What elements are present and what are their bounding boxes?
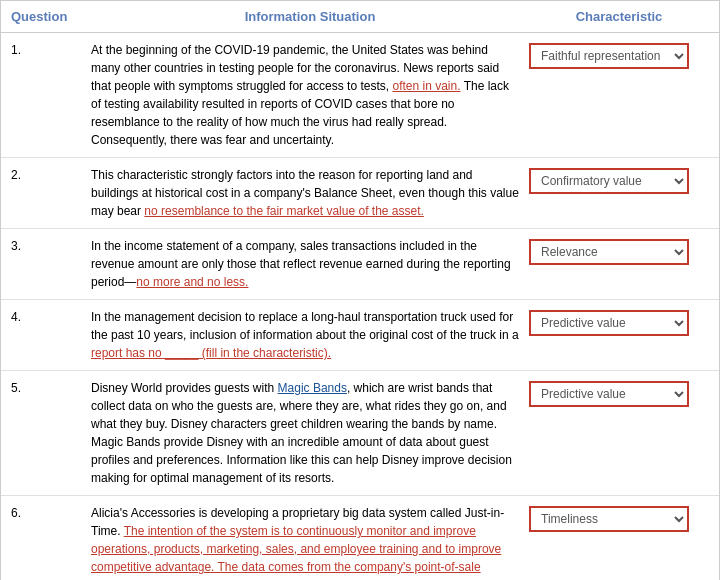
header-row: Question Information Situation Character… bbox=[1, 1, 719, 33]
header-question: Question bbox=[11, 9, 91, 24]
question-number: 3. bbox=[11, 237, 91, 253]
characteristic-dropdown-cell: Faithful representationConfirmatory valu… bbox=[529, 308, 709, 336]
characteristic-select[interactable]: Faithful representationConfirmatory valu… bbox=[529, 506, 689, 532]
characteristic-select[interactable]: Faithful representationConfirmatory valu… bbox=[529, 310, 689, 336]
table-row: 6.Alicia's Accessories is developing a p… bbox=[1, 496, 719, 580]
question-number: 5. bbox=[11, 379, 91, 395]
table-row: 2.This characteristic strongly factors i… bbox=[1, 158, 719, 229]
header-characteristic: Characteristic bbox=[529, 9, 709, 24]
question-number: 6. bbox=[11, 504, 91, 520]
main-container: Question Information Situation Character… bbox=[0, 0, 720, 580]
header-situation: Information Situation bbox=[91, 9, 529, 24]
question-number: 1. bbox=[11, 41, 91, 57]
characteristic-select[interactable]: Faithful representationConfirmatory valu… bbox=[529, 239, 689, 265]
characteristic-dropdown-cell: Faithful representationConfirmatory valu… bbox=[529, 379, 709, 407]
characteristic-select[interactable]: Faithful representationConfirmatory valu… bbox=[529, 381, 689, 407]
table-row: 3.In the income statement of a company, … bbox=[1, 229, 719, 300]
characteristic-dropdown-cell: Faithful representationConfirmatory valu… bbox=[529, 41, 709, 69]
characteristic-dropdown-cell: Faithful representationConfirmatory valu… bbox=[529, 504, 709, 532]
characteristic-select[interactable]: Faithful representationConfirmatory valu… bbox=[529, 43, 689, 69]
question-text: Disney World provides guests with Magic … bbox=[91, 379, 529, 487]
characteristic-select[interactable]: Faithful representationConfirmatory valu… bbox=[529, 168, 689, 194]
table-row: 1.At the beginning of the COVID-19 pande… bbox=[1, 33, 719, 158]
table-row: 4.In the management decision to replace … bbox=[1, 300, 719, 371]
question-text: At the beginning of the COVID-19 pandemi… bbox=[91, 41, 529, 149]
question-number: 2. bbox=[11, 166, 91, 182]
question-text: This characteristic strongly factors int… bbox=[91, 166, 529, 220]
question-text: In the income statement of a company, sa… bbox=[91, 237, 529, 291]
rows-container: 1.At the beginning of the COVID-19 pande… bbox=[1, 33, 719, 580]
question-text: In the management decision to replace a … bbox=[91, 308, 529, 362]
table-row: 5.Disney World provides guests with Magi… bbox=[1, 371, 719, 496]
characteristic-dropdown-cell: Faithful representationConfirmatory valu… bbox=[529, 166, 709, 194]
question-text: Alicia's Accessories is developing a pro… bbox=[91, 504, 529, 580]
question-number: 4. bbox=[11, 308, 91, 324]
characteristic-dropdown-cell: Faithful representationConfirmatory valu… bbox=[529, 237, 709, 265]
